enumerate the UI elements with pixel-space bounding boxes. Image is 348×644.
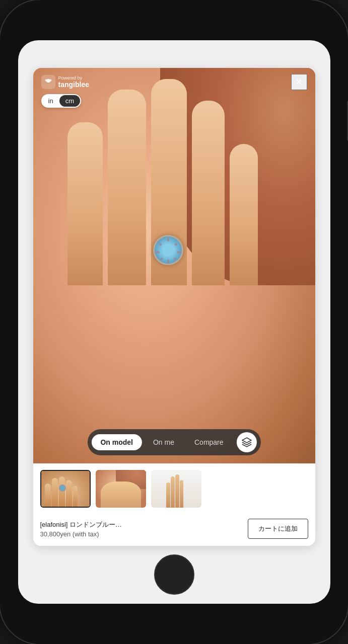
bottom-panel: [elafonisi] ロンドンブルー… 30,800yen (with tax… (33, 463, 315, 546)
product-name: [elafonisi] ロンドンブルー… (40, 520, 248, 529)
thumb-2-image (96, 470, 146, 508)
phone-home-button[interactable] (154, 554, 194, 595)
add-to-cart-button[interactable]: カートに追加 (248, 519, 308, 539)
thumbnail-1[interactable] (40, 470, 91, 508)
brand-logo: Powered by tangiblee (41, 75, 89, 89)
tab-on-me[interactable]: On me (144, 434, 183, 450)
hand-background (33, 68, 315, 463)
close-button[interactable]: × (291, 74, 307, 90)
product-image-area: Powered by tangiblee × in cm On model On… (33, 68, 315, 463)
product-price: 30,800yen (with tax) (40, 530, 248, 538)
thumbnails-row (33, 463, 315, 514)
brand-name-label: tangiblee (58, 80, 89, 89)
unit-toggle-group: in cm (41, 94, 81, 108)
ring-halo-gems (155, 237, 181, 263)
modal-container: Powered by tangiblee × in cm On model On… (33, 68, 315, 546)
finger-2 (108, 90, 146, 285)
thumbnail-3[interactable] (151, 470, 201, 508)
phone-screen: Powered by tangiblee × in cm On model On… (18, 40, 330, 604)
finger-1 (67, 122, 103, 285)
svg-point-1 (47, 79, 50, 83)
finger-4 (192, 101, 225, 285)
tab-on-model[interactable]: On model (91, 434, 142, 450)
layers-icon (241, 437, 252, 448)
thumbnail-2[interactable] (96, 470, 146, 508)
brand-text-group: Powered by tangiblee (58, 75, 89, 89)
phone-notch (134, 9, 215, 20)
thumb-1-image (41, 471, 90, 507)
tab-compare[interactable]: Compare (185, 434, 233, 450)
powered-by-label: Powered by (58, 75, 89, 80)
ring-display (153, 235, 183, 265)
product-info-row: [elafonisi] ロンドンブルー… 30,800yen (with tax… (33, 514, 315, 546)
thumb-3-image (151, 470, 201, 508)
finger-5 (230, 144, 257, 285)
unit-inch-button[interactable]: in (42, 95, 59, 107)
product-details: [elafonisi] ロンドンブルー… 30,800yen (with tax… (40, 520, 248, 538)
ring-gemstone (153, 235, 183, 265)
tangiblee-logo-icon (41, 75, 55, 89)
layers-button[interactable] (237, 432, 257, 452)
unit-cm-button[interactable]: cm (59, 95, 80, 107)
view-tabs-bar: On model On me Compare (87, 429, 260, 455)
phone-frame: Powered by tangiblee × in cm On model On… (0, 0, 348, 644)
modal-header: Powered by tangiblee × (33, 74, 315, 90)
